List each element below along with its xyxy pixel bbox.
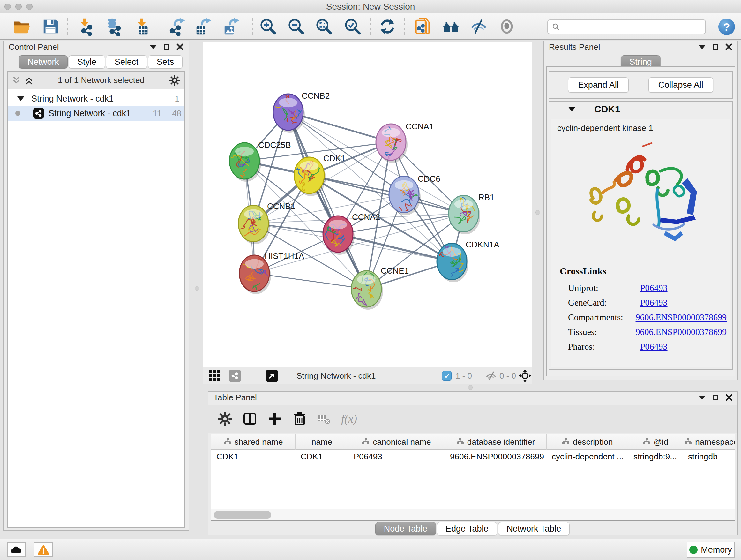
- column-label: database identifier: [467, 437, 535, 447]
- column-header-canonical-name[interactable]: canonical name: [348, 434, 445, 449]
- panel-close-icon[interactable]: [177, 44, 184, 51]
- export-network-icon[interactable]: [167, 16, 187, 37]
- network-node-CDKN1A[interactable]: [437, 243, 468, 282]
- add-column-icon[interactable]: [268, 412, 282, 426]
- import-database-icon[interactable]: [103, 16, 124, 37]
- crosslink-link[interactable]: P06493: [640, 283, 668, 296]
- open-in-new-window-icon[interactable]: [266, 370, 278, 382]
- zoom-selected-icon[interactable]: [342, 16, 363, 37]
- network-node-CCNA2[interactable]: [323, 216, 354, 255]
- collapse-all-icon[interactable]: [12, 76, 20, 85]
- delete-column-icon[interactable]: [293, 412, 307, 426]
- share-document-icon[interactable]: [413, 16, 433, 37]
- tab-sets[interactable]: Sets: [148, 55, 183, 69]
- crosslink-link[interactable]: P06493: [640, 341, 668, 354]
- titlebar: Session: New Session: [0, 0, 741, 13]
- protein-structure-image: [580, 139, 701, 260]
- help-button[interactable]: ?: [718, 18, 735, 35]
- network-node-CDC25B[interactable]: [227, 143, 261, 182]
- node-label-RB1: RB1: [478, 192, 495, 202]
- search-input[interactable]: [562, 22, 701, 32]
- panel-close-icon[interactable]: [725, 44, 732, 51]
- panel-float-icon[interactable]: [713, 44, 718, 50]
- hide-panel-eye-icon[interactable]: [468, 16, 489, 37]
- memory-button[interactable]: Memory: [687, 542, 735, 558]
- column-header-@id[interactable]: @id: [628, 434, 683, 449]
- table-cell[interactable]: CDK1: [211, 449, 295, 463]
- panel-collapse-icon[interactable]: [698, 45, 705, 49]
- home-icon[interactable]: [441, 16, 461, 37]
- tree-expander-icon[interactable]: [17, 97, 24, 101]
- import-network-icon[interactable]: [75, 16, 96, 37]
- selected-checkbox[interactable]: [442, 370, 452, 382]
- tab-network[interactable]: Network: [19, 55, 68, 69]
- export-table-icon[interactable]: [193, 16, 213, 37]
- column-header-namespace[interactable]: namespace: [683, 434, 735, 449]
- splitter-handle[interactable]: [468, 385, 473, 390]
- hidden-eye-icon[interactable]: [485, 370, 497, 382]
- zoom-in-icon[interactable]: [258, 16, 278, 37]
- hscrollbar-thumb[interactable]: [214, 511, 271, 519]
- zoom-fit-icon[interactable]: [314, 16, 334, 37]
- network-edge[interactable]: [288, 112, 366, 289]
- table-cell[interactable]: stringdb:9...: [628, 449, 683, 463]
- export-image-icon[interactable]: [221, 16, 242, 37]
- network-node-CDK1[interactable]: [294, 157, 326, 196]
- table-cell[interactable]: CDK1: [295, 449, 348, 463]
- table-cell[interactable]: cyclin-dependent ...: [547, 449, 628, 463]
- panel-float-icon[interactable]: [713, 395, 718, 400]
- show-columns-icon[interactable]: [243, 412, 257, 426]
- cloud-button[interactable]: [7, 543, 25, 557]
- panel-close-icon[interactable]: [725, 394, 732, 401]
- tab-network-table[interactable]: Network Table: [498, 522, 570, 536]
- table-cell[interactable]: stringdb: [683, 449, 735, 463]
- network-edge[interactable]: [254, 273, 366, 289]
- warning-button[interactable]: [34, 543, 53, 557]
- expand-all-button[interactable]: Expand All: [568, 77, 629, 92]
- crosslink-link[interactable]: 9606.ENSP00000378699: [636, 312, 727, 325]
- splitter-handle[interactable]: [536, 210, 540, 215]
- tab-select[interactable]: Select: [106, 55, 147, 69]
- column-header-shared-name[interactable]: shared name: [211, 434, 295, 449]
- crosslink-link[interactable]: 9606.ENSP00000378699: [636, 327, 727, 340]
- column-header-description[interactable]: description: [547, 434, 628, 449]
- zoom-out-icon[interactable]: [286, 16, 307, 37]
- show-panel-eye-icon[interactable]: [496, 16, 517, 37]
- panel-collapse-icon[interactable]: [698, 395, 705, 400]
- panel-collapse-icon[interactable]: [150, 45, 157, 49]
- network-canvas[interactable]: CCNB2CCNA1CDC25BCDK1CDC6RB1CCNB1CCNA2CDK…: [203, 43, 532, 367]
- open-session-icon[interactable]: [11, 16, 32, 37]
- collapse-all-button[interactable]: Collapse All: [649, 77, 713, 92]
- grid-view-icon[interactable]: [209, 370, 220, 382]
- expand-all-icon[interactable]: [25, 76, 33, 85]
- crosslink-label: Uniprot:: [568, 283, 640, 296]
- toolbar-divider: [286, 369, 287, 381]
- protein-section-header[interactable]: CDK1: [549, 102, 732, 117]
- column-header-name[interactable]: name: [295, 434, 348, 449]
- network-row[interactable]: String Network - cdk1 11 48: [8, 106, 185, 121]
- network-node-CCNB1[interactable]: [239, 205, 270, 244]
- panel-float-icon[interactable]: [164, 44, 170, 50]
- tab-node-table[interactable]: Node Table: [375, 522, 436, 536]
- table-gear-icon[interactable]: [218, 412, 232, 426]
- refresh-icon[interactable]: [377, 16, 398, 37]
- section-expander-icon[interactable]: [568, 107, 576, 111]
- network-edge[interactable]: [309, 175, 464, 213]
- network-node-HIST1H1A[interactable]: [237, 255, 271, 294]
- gear-icon[interactable]: [169, 75, 180, 86]
- table-cell[interactable]: 9606.ENSP00000378699: [445, 449, 547, 463]
- import-table-icon[interactable]: [132, 16, 152, 37]
- save-session-icon[interactable]: [40, 16, 61, 37]
- network-collection-row[interactable]: String Network - cdk1 1: [8, 91, 185, 106]
- namespace-icon: [643, 437, 650, 447]
- network-badge-icon[interactable]: [229, 370, 241, 382]
- crosslink-link[interactable]: P06493: [640, 298, 668, 310]
- birds-eye-toggle-icon[interactable]: [519, 370, 531, 382]
- column-header-database-identifier[interactable]: database identifier: [445, 434, 547, 449]
- splitter-handle[interactable]: [195, 286, 199, 291]
- tab-style[interactable]: Style: [69, 55, 105, 69]
- network-node-RB1[interactable]: [449, 195, 480, 234]
- table-cell[interactable]: P06493: [348, 449, 445, 463]
- tab-edge-table[interactable]: Edge Table: [437, 522, 497, 536]
- collection-count: 1: [166, 94, 179, 104]
